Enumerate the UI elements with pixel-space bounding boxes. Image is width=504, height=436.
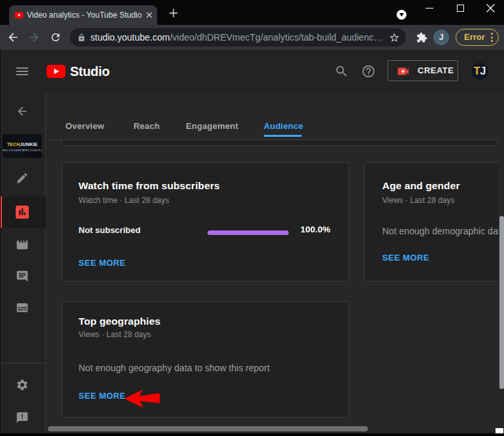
- card-message: Not enough geography data to show this r…: [79, 363, 270, 373]
- browser-toolbar: studio.youtube.com/video/dhDREVmecTg/ana…: [0, 25, 504, 50]
- menu-hamburger-icon[interactable]: [14, 64, 30, 79]
- studio-logo-text[interactable]: Studio: [70, 64, 109, 79]
- card-title: Watch time from subscribers: [79, 180, 220, 192]
- sidebar-item-subtitles[interactable]: [16, 301, 29, 314]
- sidebar-divider: [0, 363, 45, 363]
- horizontal-scrollbar-thumb[interactable]: [48, 426, 368, 431]
- back-button[interactable]: [7, 31, 20, 44]
- video-thumbnail[interactable]: TECHJUNKIE BEST DOCUMENTARIES ON NETFLIX: [3, 134, 42, 158]
- see-more-link[interactable]: SEE MORE: [79, 258, 126, 268]
- window-left-edge: [0, 50, 1, 433]
- url-domain: studio.youtube.com: [90, 32, 170, 43]
- thumbnail-caption: BEST DOCUMENTARIES ON NETFLIX: [3, 149, 42, 152]
- channel-avatar[interactable]: TJ: [471, 63, 488, 80]
- url-text[interactable]: studio.youtube.com/video/dhDREVmecTg/ana…: [90, 28, 385, 46]
- back-arrow-icon: [16, 105, 29, 118]
- annotation-arrow-icon: [122, 386, 162, 409]
- new-tab-button[interactable]: [168, 8, 179, 18]
- subtitles-icon: [16, 301, 29, 314]
- window-maximize-button[interactable]: [457, 5, 464, 12]
- see-more-link[interactable]: SEE MORE: [79, 391, 126, 401]
- active-tab-underline: [264, 135, 302, 137]
- window-bottom-edge: [0, 433, 504, 436]
- analytics-main: Overview Reach Engagement Audience Watch…: [46, 93, 504, 433]
- create-button[interactable]: CREATE: [387, 60, 458, 81]
- stat-label: Not subscribed: [79, 225, 141, 235]
- bar-chart-icon: [16, 206, 29, 219]
- window-close-button[interactable]: [486, 4, 495, 12]
- forward-button[interactable]: [27, 31, 41, 44]
- studio-header: Studio CREATE TJ: [0, 50, 504, 93]
- titlebar: Video analytics - YouTube Studio: [0, 0, 504, 25]
- browser-profile-avatar[interactable]: J: [433, 29, 449, 45]
- youtube-logo-icon[interactable]: [46, 65, 65, 78]
- sidebar-item-comments[interactable]: [16, 270, 29, 283]
- help-icon[interactable]: [361, 64, 376, 79]
- thumbnail-brand: TECHJUNKIE: [3, 142, 42, 147]
- sidebar-back-arrow-icon[interactable]: [16, 105, 29, 118]
- card-title: Age and gender: [382, 180, 460, 192]
- address-bar[interactable]: studio.youtube.com/video/dhDREVmecTg/ana…: [70, 28, 406, 46]
- pencil-icon: [16, 172, 29, 185]
- lock-icon[interactable]: [77, 33, 86, 42]
- menu-kebab-icon[interactable]: [491, 33, 493, 42]
- sidebar-item-feedback[interactable]: [16, 411, 29, 424]
- analytics-content: Watch time from subscribers Watch time ·…: [46, 140, 504, 433]
- card-partial-above: [62, 140, 497, 146]
- reload-button[interactable]: [50, 31, 62, 43]
- sidebar-item-editor[interactable]: [16, 238, 29, 251]
- card-subtitle: Watch time · Last 28 days: [79, 196, 169, 205]
- studio-sidebar: TECHJUNKIE BEST DOCUMENTARIES ON NETFLIX: [0, 93, 46, 433]
- bookmark-star-icon[interactable]: [389, 32, 400, 43]
- tab-overview[interactable]: Overview: [65, 120, 104, 133]
- card-age-and-gender: Age and gender Views · Last 28 days Not …: [364, 162, 504, 282]
- see-more-link[interactable]: SEE MORE: [382, 253, 429, 263]
- stat-value: 100.0%: [300, 225, 329, 234]
- gear-icon: [16, 378, 29, 391]
- movie-icon: [16, 238, 29, 251]
- window-minimize-button[interactable]: [425, 8, 433, 9]
- stat-bar: [207, 230, 289, 235]
- tab-title: Video analytics - YouTube Studio: [27, 5, 143, 25]
- sidebar-item-details[interactable]: [16, 172, 29, 185]
- tab-reach[interactable]: Reach: [134, 120, 160, 133]
- tab-audience[interactable]: Audience: [264, 120, 303, 133]
- extensions-puzzle-icon[interactable]: [416, 32, 427, 43]
- card-top-geographies: Top geographies Views · Last 28 days Not…: [62, 301, 349, 418]
- sync-error-button[interactable]: Error: [456, 29, 499, 46]
- card-subtitle: Views · Last 28 days: [79, 330, 151, 339]
- sidebar-item-settings[interactable]: [16, 378, 29, 391]
- vertical-scrollbar-thumb[interactable]: [499, 216, 504, 389]
- error-label: Error: [464, 29, 485, 45]
- search-icon[interactable]: [334, 64, 349, 79]
- browser-window: Video analytics - YouTube Studio: [0, 0, 504, 436]
- tab-close-icon[interactable]: [144, 10, 154, 20]
- browser-tab[interactable]: Video analytics - YouTube Studio: [9, 5, 157, 25]
- vertical-scrollbar-track[interactable]: [499, 93, 504, 433]
- videocam-plus-icon: [396, 64, 410, 79]
- card-message: Not enough demographic data to show this…: [382, 226, 504, 236]
- analytics-icon[interactable]: [16, 206, 29, 219]
- tab-search-button[interactable]: [397, 10, 406, 20]
- create-label: CREATE: [418, 61, 454, 81]
- comment-icon: [16, 270, 29, 283]
- tab-engagement[interactable]: Engagement: [186, 120, 238, 133]
- youtube-favicon-icon: [14, 10, 24, 20]
- card-title: Top geographies: [79, 316, 160, 327]
- url-path: /video/dhDREVmecTg/analytics/tab-build_a…: [170, 32, 382, 43]
- feedback-icon: [16, 411, 29, 424]
- card-watch-time-from-subscribers: Watch time from subscribers Watch time ·…: [62, 162, 349, 282]
- card-subtitle: Views · Last 28 days: [382, 196, 455, 205]
